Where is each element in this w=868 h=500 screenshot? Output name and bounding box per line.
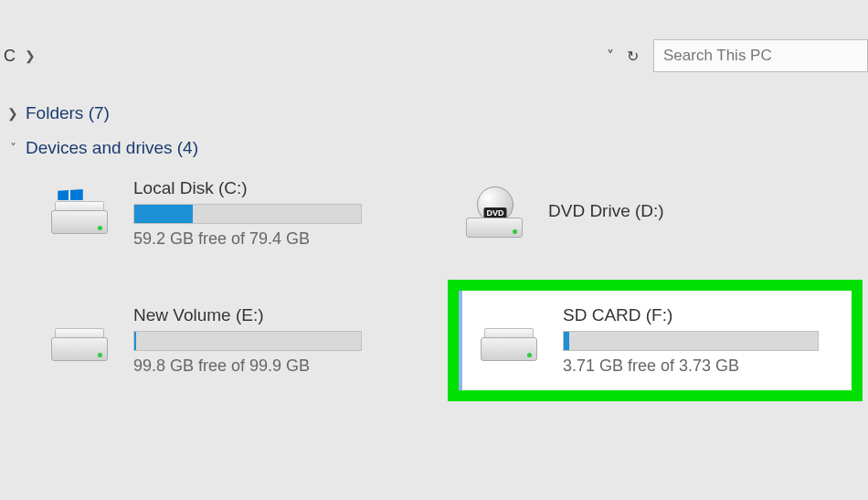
group-header-drives[interactable]: ˅ Devices and drives (4) — [5, 138, 863, 158]
drive-info: Local Disk (C:) 59.2 GB free of 79.4 GB — [133, 178, 444, 249]
capacity-text: 59.2 GB free of 79.4 GB — [133, 229, 444, 249]
nav-controls: ˅ ↻ — [607, 48, 646, 65]
content-area: ❯ Folders (7) ˅ Devices and drives (4) L… — [0, 80, 868, 401]
group-label: Folders (7) — [26, 103, 110, 123]
hard-drive-icon — [46, 315, 113, 367]
drive-name: DVD Drive (D:) — [548, 201, 859, 221]
hard-drive-icon — [475, 315, 543, 367]
drive-info: SD CARD (F:) 3.71 GB free of 3.73 GB — [563, 305, 842, 376]
capacity-text: 99.8 GB free of 99.9 GB — [133, 356, 444, 376]
capacity-fill — [564, 332, 569, 350]
search-input[interactable]: Search This PC — [653, 39, 868, 72]
history-dropdown-icon[interactable]: ˅ — [607, 48, 614, 65]
capacity-bar — [133, 204, 362, 224]
group-label: Devices and drives (4) — [26, 138, 198, 158]
chevron-right-icon: ❯ — [25, 48, 36, 63]
hard-drive-icon — [46, 188, 113, 239]
capacity-text: 3.71 GB free of 3.73 GB — [563, 356, 842, 376]
drive-info: DVD Drive (D:) — [548, 201, 859, 227]
capacity-bar — [133, 331, 362, 351]
drive-info: New Volume (E:) 99.8 GB free of 99.9 GB — [133, 305, 444, 376]
address-bar: C ❯ ˅ ↻ Search This PC — [0, 32, 868, 80]
drive-name: New Volume (E:) — [133, 305, 444, 325]
group-header-folders[interactable]: ❯ Folders (7) — [5, 103, 863, 123]
drive-local-disk-c[interactable]: Local Disk (C:) 59.2 GB free of 79.4 GB — [42, 173, 448, 254]
chevron-down-icon: ˅ — [5, 141, 20, 155]
drive-new-volume-e[interactable]: New Volume (E:) 99.8 GB free of 99.9 GB — [42, 280, 448, 401]
chevron-right-icon: ❯ — [5, 106, 20, 121]
highlight-box: SD CARD (F:) 3.71 GB free of 3.73 GB — [448, 280, 863, 401]
breadcrumb[interactable]: C ❯ — [0, 47, 599, 66]
dvd-drive-icon — [460, 188, 528, 239]
drive-dvd-d[interactable]: DVD Drive (D:) — [457, 173, 863, 254]
search-placeholder: Search This PC — [663, 47, 772, 65]
breadcrumb-text: C — [4, 47, 16, 66]
refresh-icon[interactable]: ↻ — [627, 48, 639, 65]
capacity-fill — [134, 205, 193, 223]
drive-name: SD CARD (F:) — [563, 305, 842, 325]
capacity-fill — [134, 332, 136, 350]
drive-name: Local Disk (C:) — [133, 178, 444, 198]
drive-sd-card-f[interactable]: SD CARD (F:) 3.71 GB free of 3.73 GB — [459, 291, 852, 390]
drives-grid: Local Disk (C:) 59.2 GB free of 79.4 GB … — [5, 173, 863, 401]
capacity-bar — [563, 331, 819, 351]
